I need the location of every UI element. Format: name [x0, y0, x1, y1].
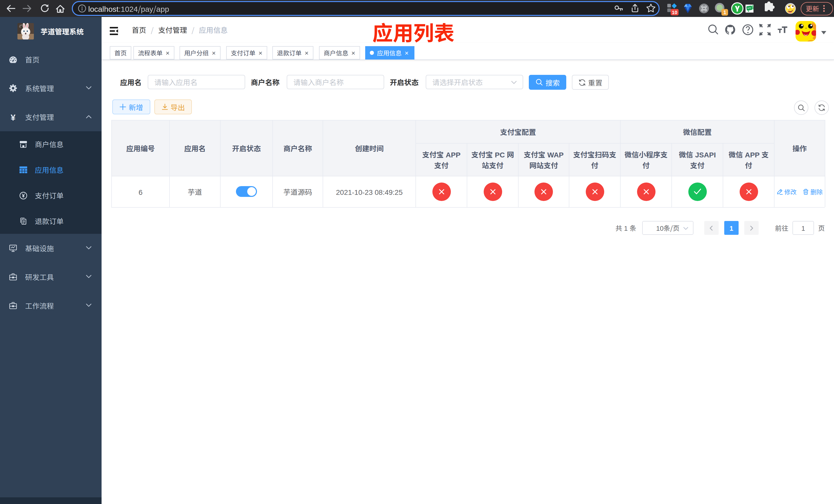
svg-text:1: 1	[723, 8, 726, 16]
svg-text:10: 10	[672, 8, 677, 15]
svg-text:¥: ¥	[11, 111, 16, 123]
